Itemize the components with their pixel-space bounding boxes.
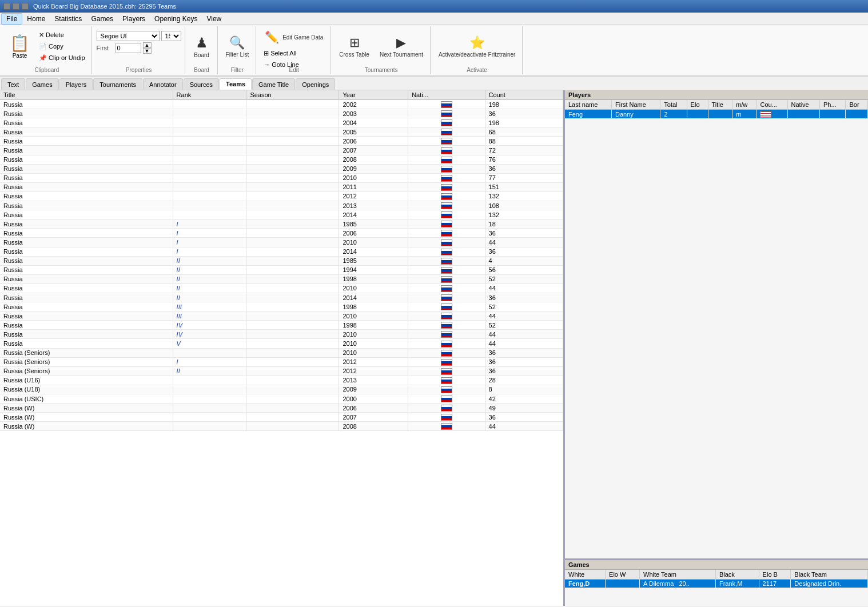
tab-players[interactable]: Players bbox=[59, 78, 93, 90]
table-row[interactable]: RussiaI200636 bbox=[0, 229, 563, 238]
table-row[interactable]: RussiaI198518 bbox=[0, 219, 563, 229]
menu-games[interactable]: Games bbox=[86, 14, 118, 24]
table-row[interactable]: RussiaII199852 bbox=[0, 274, 563, 283]
team-flag-cell bbox=[408, 100, 485, 109]
teams-scroll[interactable]: Title Rank Season Year Nati... Count Rus… bbox=[0, 90, 563, 606]
tab-text[interactable]: Text bbox=[1, 78, 25, 90]
activate-button[interactable]: ⭐ Activate/deactivate Fritztrainer bbox=[435, 29, 519, 63]
tab-sources[interactable]: Sources bbox=[184, 78, 219, 90]
size-select[interactable]: 15 bbox=[161, 31, 181, 41]
team-season bbox=[246, 256, 339, 265]
tab-openings[interactable]: Openings bbox=[296, 78, 335, 90]
team-rank bbox=[173, 109, 246, 118]
table-row[interactable]: RussiaIII199852 bbox=[0, 302, 563, 312]
window-controls[interactable] bbox=[3, 3, 29, 10]
table-row[interactable]: Russia (Seniors)I201236 bbox=[0, 357, 563, 366]
table-row[interactable]: Russia200568 bbox=[0, 127, 563, 137]
team-season bbox=[246, 339, 339, 348]
table-row[interactable]: RussiaII199456 bbox=[0, 265, 563, 274]
table-row[interactable]: RussiaV201044 bbox=[0, 339, 563, 348]
menu-players[interactable]: Players bbox=[118, 14, 150, 24]
table-row[interactable]: Russia2013108 bbox=[0, 201, 563, 210]
team-title: Russia bbox=[0, 191, 173, 201]
delete-button[interactable]: ✕ Delete bbox=[36, 30, 88, 40]
tab-annotator[interactable]: Annotator bbox=[143, 78, 183, 90]
team-rank bbox=[173, 348, 246, 357]
team-season bbox=[246, 274, 339, 283]
menu-statistics[interactable]: Statistics bbox=[50, 14, 86, 24]
table-row[interactable]: Russia2002198 bbox=[0, 100, 563, 109]
board-icon: ♟ bbox=[196, 35, 208, 51]
table-row[interactable]: RussiaII201044 bbox=[0, 283, 563, 293]
edit-game-button[interactable]: ✏️ Edit Game Data bbox=[261, 27, 327, 47]
table-row[interactable]: Russia (U16)201328 bbox=[0, 376, 563, 385]
table-row[interactable]: Russia (W)200844 bbox=[0, 422, 563, 431]
table-row[interactable]: Russia2012132 bbox=[0, 191, 563, 201]
menu-home[interactable]: Home bbox=[22, 14, 50, 24]
table-row[interactable]: Russia200936 bbox=[0, 164, 563, 173]
table-row[interactable]: Russia200876 bbox=[0, 155, 563, 164]
team-year: 2007 bbox=[339, 413, 408, 422]
close-icon[interactable] bbox=[22, 3, 29, 10]
table-row[interactable]: Russia200772 bbox=[0, 146, 563, 155]
table-row[interactable]: Russia200336 bbox=[0, 109, 563, 118]
games-scroll[interactable]: White Elo W White Team Black Elo B Black… bbox=[565, 570, 868, 606]
menu-opening-keys[interactable]: Opening Keys bbox=[150, 14, 202, 24]
table-row[interactable]: Russia (W)200649 bbox=[0, 404, 563, 413]
gcol-elow: Elo W bbox=[606, 570, 640, 580]
flag-russia bbox=[441, 175, 452, 182]
table-row[interactable]: Russia (W)200736 bbox=[0, 413, 563, 422]
team-season bbox=[246, 283, 339, 293]
first-spinner-down[interactable]: ▼ bbox=[143, 48, 152, 54]
paste-button[interactable]: 📋 Paste bbox=[6, 29, 34, 63]
team-flag-cell bbox=[408, 404, 485, 413]
table-row[interactable]: Feng,D A Dilemma 20.. Frank,M 2117 Desig… bbox=[565, 580, 868, 588]
font-select[interactable]: Segoe UI bbox=[97, 31, 160, 41]
clip-button[interactable]: 📌 Clip or Undip bbox=[36, 53, 88, 63]
menu-file[interactable]: File bbox=[1, 13, 22, 25]
player-total: 2 bbox=[660, 110, 687, 119]
first-input[interactable] bbox=[116, 43, 141, 53]
table-row[interactable]: Russia (U18)20098 bbox=[0, 385, 563, 394]
cross-table-button[interactable]: ⊞ Cross Table bbox=[336, 29, 373, 63]
menu-view[interactable]: View bbox=[202, 14, 226, 24]
table-row[interactable]: RussiaI201044 bbox=[0, 238, 563, 247]
team-flag-cell bbox=[408, 155, 485, 164]
select-all-button[interactable]: ⊞ Select All bbox=[261, 48, 299, 58]
game-elow bbox=[606, 580, 640, 588]
tab-game-title[interactable]: Game Title bbox=[252, 78, 295, 90]
tab-teams[interactable]: Teams bbox=[220, 78, 252, 90]
table-row[interactable]: RussiaII19854 bbox=[0, 256, 563, 265]
tab-games[interactable]: Games bbox=[26, 78, 58, 90]
filter-button[interactable]: 🔍 Filter List bbox=[222, 29, 253, 63]
board-label: Board bbox=[194, 52, 209, 58]
table-row[interactable]: Russia201077 bbox=[0, 173, 563, 182]
tab-tournaments[interactable]: Tournaments bbox=[93, 78, 142, 90]
board-button[interactable]: ♟ Board bbox=[190, 29, 213, 63]
table-row[interactable]: Russia2011151 bbox=[0, 182, 563, 191]
team-count: 8 bbox=[485, 385, 563, 394]
team-season bbox=[246, 229, 339, 238]
table-row[interactable]: Russia200688 bbox=[0, 137, 563, 146]
next-tournament-button[interactable]: ▶ Next Tournament bbox=[376, 29, 427, 63]
first-spinner-up[interactable]: ▲ bbox=[143, 42, 152, 48]
games-title: Games bbox=[568, 561, 590, 568]
copy-button[interactable]: 📄 Copy bbox=[36, 41, 88, 51]
team-count: 77 bbox=[485, 173, 563, 182]
table-row[interactable]: RussiaI201436 bbox=[0, 247, 563, 256]
table-row[interactable]: Russia (USIC)200042 bbox=[0, 394, 563, 404]
table-row[interactable]: Feng Danny 2 m bbox=[565, 110, 868, 119]
players-scroll[interactable]: Last name First Name Total Elo Title m/w… bbox=[565, 100, 868, 558]
table-row[interactable]: RussiaIV201044 bbox=[0, 330, 563, 339]
maximize-icon[interactable] bbox=[13, 3, 19, 10]
table-row[interactable]: Russia2004198 bbox=[0, 118, 563, 127]
table-row[interactable]: Russia (Seniors)II201236 bbox=[0, 366, 563, 376]
table-row[interactable]: RussiaII201436 bbox=[0, 293, 563, 302]
table-row[interactable]: Russia (Seniors)201036 bbox=[0, 348, 563, 357]
team-rank bbox=[173, 422, 246, 431]
table-row[interactable]: Russia2014132 bbox=[0, 210, 563, 219]
minimize-icon[interactable] bbox=[3, 3, 10, 10]
table-row[interactable]: RussiaIV199852 bbox=[0, 321, 563, 330]
clip-label: Clip or Undip bbox=[49, 54, 85, 61]
table-row[interactable]: RussiaIII201044 bbox=[0, 312, 563, 321]
